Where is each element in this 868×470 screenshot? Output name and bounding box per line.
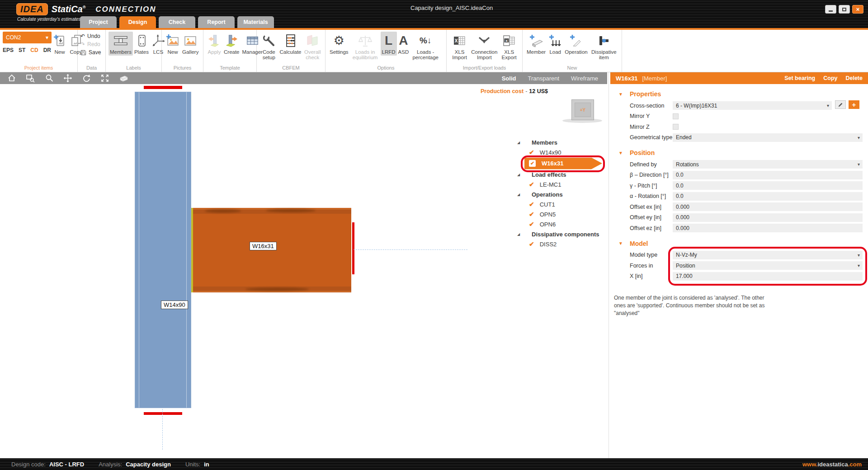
- gamma-pitch-input[interactable]: 0.0: [673, 181, 863, 190]
- checkmark-icon[interactable]: ✔: [529, 240, 534, 248]
- mirror-z-checkbox[interactable]: [673, 124, 679, 130]
- settings-button[interactable]: ⚙ Settings: [328, 32, 350, 56]
- column-label[interactable]: W14x90: [161, 301, 188, 309]
- gallery-button[interactable]: Gallery: [181, 32, 200, 56]
- tree-item-le-mc1[interactable]: ✔ LE-MC1: [515, 179, 607, 189]
- section-position[interactable]: ▼ Position: [610, 149, 868, 156]
- tab-materials[interactable]: Materials: [237, 16, 274, 28]
- tree-item-diss2[interactable]: ✔ DISS2: [515, 239, 607, 249]
- edit-cross-section-button[interactable]: [835, 100, 846, 109]
- plate-icon: [135, 34, 148, 47]
- lrfd-button[interactable]: L LRFD: [381, 32, 397, 56]
- cross-section-select[interactable]: 6 - W(Imp)16X31▾: [673, 101, 832, 110]
- section-model[interactable]: ▼ Model: [610, 240, 868, 247]
- minimize-button[interactable]: [825, 5, 836, 14]
- navigation-cube[interactable]: +Y: [568, 99, 598, 126]
- mode-eps-button[interactable]: EPS: [3, 47, 14, 53]
- view-mode-wireframe[interactable]: Wireframe: [571, 75, 598, 82]
- xls-export-button[interactable]: X XLS Export: [499, 32, 519, 61]
- redo-button[interactable]: ↷Redo: [80, 41, 101, 47]
- offset-ex-input[interactable]: 0.000: [673, 202, 863, 211]
- code-setup-button[interactable]: Code setup: [259, 32, 278, 61]
- tab-project[interactable]: Project: [80, 16, 117, 28]
- new-operation-button[interactable]: Operation: [563, 32, 589, 56]
- new-picture-button[interactable]: New: [165, 32, 181, 56]
- solid-box-icon[interactable]: [119, 74, 129, 83]
- tree-item-w14x90[interactable]: ✔ W14x90: [515, 147, 607, 157]
- save-button[interactable]: Save: [80, 49, 101, 56]
- asd-button[interactable]: A ASD: [397, 32, 410, 56]
- offset-ez-input[interactable]: 0.000: [673, 224, 863, 232]
- close-button[interactable]: ×: [852, 5, 863, 14]
- apply-template-button[interactable]: Apply: [206, 32, 222, 56]
- undo-button[interactable]: ↶Undo: [80, 33, 101, 39]
- tree-item-w16x31-selected[interactable]: ✔ W16x31: [515, 157, 607, 169]
- new-project-item-button[interactable]: New: [52, 32, 68, 56]
- tab-design[interactable]: Design: [119, 16, 156, 28]
- zoom-window-icon[interactable]: [26, 74, 35, 83]
- zoom-icon[interactable]: [45, 74, 54, 83]
- calculate-button[interactable]: Calculate: [278, 32, 303, 56]
- tab-report[interactable]: Report: [198, 16, 235, 28]
- mode-cd-button[interactable]: CD: [30, 47, 38, 53]
- member-column-w14x90[interactable]: [135, 92, 191, 408]
- x-position-input[interactable]: 17.000: [673, 272, 863, 281]
- tree-group-operations[interactable]: ◢ Operations: [515, 189, 607, 199]
- section-properties[interactable]: ▼ Properties: [610, 90, 868, 98]
- mode-dr-button[interactable]: DR: [43, 47, 51, 53]
- view-mode-transparent[interactable]: Transparent: [528, 75, 559, 82]
- expander-icon[interactable]: ◢: [517, 173, 523, 177]
- checkmark-icon[interactable]: ✔: [529, 211, 534, 218]
- checkmark-icon[interactable]: ✔: [529, 221, 534, 228]
- expander-icon[interactable]: ◢: [517, 232, 523, 236]
- loads-in-equilibrium-button[interactable]: Loads in equilibrium: [350, 32, 381, 61]
- pan-icon[interactable]: [63, 74, 72, 83]
- new-dissipative-item-button[interactable]: Dissipative item: [589, 32, 619, 61]
- maximize-button[interactable]: [839, 5, 850, 14]
- view-mode-solid[interactable]: Solid: [502, 75, 516, 82]
- defined-by-select[interactable]: Rotations▾: [673, 160, 863, 169]
- fit-view-icon[interactable]: [100, 74, 109, 83]
- checkmark-icon[interactable]: ✔: [529, 149, 534, 156]
- delete-member-button[interactable]: Delete: [845, 75, 863, 81]
- expander-icon[interactable]: ◢: [517, 193, 523, 197]
- tree-group-members[interactable]: ◢ Members: [515, 137, 607, 147]
- loads-percentage-button[interactable]: %↓ Loads - percentage: [410, 32, 441, 61]
- model-type-select[interactable]: N-Vz-My▾: [673, 251, 863, 259]
- ideastatica-link[interactable]: www.ideastatica.com: [802, 461, 862, 468]
- tree-item-cut1[interactable]: ✔ CUT1: [515, 199, 607, 209]
- checkbox-checked-icon[interactable]: ✔: [529, 160, 536, 167]
- checkmark-icon[interactable]: ✔: [529, 181, 534, 188]
- model-viewport[interactable]: W16x31 W14x90 Production cost-12 US$ +Y …: [0, 84, 607, 463]
- offset-ey-input[interactable]: 0.000: [673, 213, 863, 222]
- rotate-icon[interactable]: [82, 74, 91, 83]
- connection-import-button[interactable]: Connection Import: [470, 32, 499, 61]
- new-load-button[interactable]: Load: [547, 32, 563, 56]
- xls-import-button[interactable]: X XLS Import: [449, 32, 470, 61]
- beta-direction-input[interactable]: 0.0: [673, 171, 863, 179]
- connection-select[interactable]: CON2▾: [3, 32, 52, 43]
- tree-item-opn5[interactable]: ✔ OPN5: [515, 209, 607, 219]
- overall-check-button[interactable]: Overall check: [303, 32, 322, 61]
- copy-member-button[interactable]: Copy: [823, 75, 837, 81]
- tree-group-load-effects[interactable]: ◢ Load effects: [515, 169, 607, 179]
- alpha-rotation-input[interactable]: 0.0: [673, 192, 863, 201]
- tab-check[interactable]: Check: [159, 16, 195, 28]
- pencil-icon: [838, 102, 843, 108]
- home-view-icon[interactable]: [7, 74, 16, 83]
- mirror-y-checkbox[interactable]: [673, 113, 679, 119]
- tree-item-opn6[interactable]: ✔ OPN6: [515, 219, 607, 229]
- forces-in-select[interactable]: Position▾: [673, 261, 863, 270]
- expander-icon[interactable]: ◢: [517, 141, 523, 145]
- set-bearing-button[interactable]: Set bearing: [784, 75, 815, 81]
- create-template-button[interactable]: Create: [222, 32, 241, 56]
- tree-group-dissipative-components[interactable]: ◢ Dissipative components: [515, 229, 607, 239]
- new-member-button[interactable]: Member: [525, 32, 547, 56]
- geometrical-type-select[interactable]: Ended▾: [673, 133, 863, 142]
- mode-st-button[interactable]: ST: [19, 47, 25, 53]
- checkmark-icon[interactable]: ✔: [529, 201, 534, 208]
- members-labels-button[interactable]: Members: [108, 32, 133, 56]
- add-cross-section-button[interactable]: +: [849, 100, 859, 109]
- plates-labels-button[interactable]: Plates: [133, 32, 150, 56]
- beam-label[interactable]: W16x31: [250, 242, 277, 250]
